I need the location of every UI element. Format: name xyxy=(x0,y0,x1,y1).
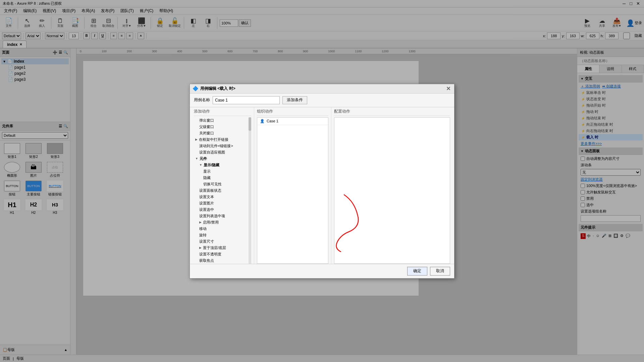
dialog-title-text: 用例编辑 <载入 时> xyxy=(200,86,235,92)
case-name-input[interactable] xyxy=(213,96,280,104)
action-close-window-label: 关闭窗口 xyxy=(199,131,214,136)
add-condition-btn[interactable]: 添加条件 xyxy=(282,96,307,104)
action-hide-label: 隐藏 xyxy=(203,175,211,180)
action-popup[interactable]: 弹出窗口 xyxy=(194,117,251,124)
expand-layer-order: ▶ xyxy=(199,246,202,249)
dialog-title-bar: 🔷 用例编辑 <载入 时> ✕ xyxy=(190,84,454,94)
action-show-hide-label: 显示/隐藏 xyxy=(204,163,219,168)
organize-case1[interactable]: 👤 Case 1 xyxy=(257,118,328,125)
config-action-col: 配置动作 xyxy=(331,107,450,264)
action-set-panel-state[interactable]: 设置面板状态 xyxy=(194,187,251,194)
expand-component: ▼ xyxy=(195,157,198,160)
action-parent-window-label: 父级窗口 xyxy=(199,124,214,129)
action-set-image-label: 设置图片 xyxy=(199,201,214,206)
action-show-label: 显示 xyxy=(203,169,211,174)
dialog-columns: 添加动作 弹出窗口 父级窗口 关闭窗口 xyxy=(190,107,454,264)
action-scroll-anchor[interactable]: 滚动到元件<锚链接> xyxy=(194,143,251,149)
action-rotate-label: 旋转 xyxy=(199,233,207,238)
action-set-list-item[interactable]: 设置列表选中项 xyxy=(194,213,251,219)
action-open-frame[interactable]: ▶ 在框架中打开链接 xyxy=(194,136,251,143)
dialog-ok-btn[interactable]: 确定 xyxy=(407,267,427,276)
action-list-scrollbar[interactable] xyxy=(249,117,251,264)
action-list: 弹出窗口 父级窗口 关闭窗口 ▶ 在框架中打开链接 滚动到元件<锚链接> xyxy=(194,117,251,264)
action-parent-window[interactable]: 父级窗口 xyxy=(194,124,251,130)
action-open-frame-label: 在框架中打开链接 xyxy=(199,137,228,142)
action-adaptive-view-label: 设置自适应视图 xyxy=(199,150,225,155)
dialog-footer: 确定 取消 xyxy=(190,264,454,278)
dialog-name-row: 用例名称 添加条件 xyxy=(190,94,454,107)
dialog-icon: 🔷 xyxy=(193,86,198,91)
action-enable-disable[interactable]: ▶ 启用/禁用 xyxy=(194,219,251,226)
organize-action-col: 组织动作 👤 Case 1 xyxy=(254,107,331,264)
action-focus[interactable]: 获取焦点 xyxy=(194,257,251,264)
action-scroll-anchor-label: 滚动到元件<锚链接> xyxy=(199,143,233,148)
action-show-hide-group[interactable]: ▼ 显示/隐藏 xyxy=(194,162,251,168)
organize-case1-label: Case 1 xyxy=(267,119,278,123)
action-adaptive-view[interactable]: 设置自适应视图 xyxy=(194,149,251,156)
action-hide[interactable]: 隐藏 xyxy=(194,175,251,181)
organize-case1-icon: 👤 xyxy=(260,119,265,123)
action-component-group[interactable]: ▼ 元件 xyxy=(194,156,251,162)
config-action-header: 配置动作 xyxy=(334,107,450,116)
action-layer-order-label: 置于顶层/底层 xyxy=(203,245,226,250)
action-toggle-visible[interactable]: 切换可见性 xyxy=(194,181,251,187)
action-focus-label: 获取焦点 xyxy=(199,258,214,263)
action-enable-disable-label: 启用/禁用 xyxy=(203,220,219,225)
action-component-label: 元件 xyxy=(200,156,207,161)
config-area xyxy=(334,117,450,264)
action-set-selected-label: 设置选中 xyxy=(199,207,214,212)
action-popup-label: 弹出窗口 xyxy=(199,118,214,123)
add-action-header: 添加动作 xyxy=(194,107,251,116)
organize-area: 👤 Case 1 xyxy=(257,117,328,264)
action-layer-order[interactable]: ▶ 置于顶层/底层 xyxy=(194,245,251,251)
action-move-label: 移动 xyxy=(199,226,207,231)
dialog: 🔷 用例编辑 <载入 时> ✕ 用例名称 添加条件 添加动作 xyxy=(190,84,454,279)
action-move[interactable]: 移动 xyxy=(194,226,251,232)
action-set-size-label: 设置尺寸 xyxy=(199,239,214,244)
action-list-scrollthumb[interactable] xyxy=(249,117,251,131)
action-set-opacity-label: 设置不透明度 xyxy=(199,252,221,257)
expand-open-frame: ▶ xyxy=(195,138,198,141)
action-set-panel-state-label: 设置面板状态 xyxy=(199,188,221,193)
action-set-size[interactable]: 设置尺寸 xyxy=(194,238,251,245)
action-toggle-visible-label: 切换可见性 xyxy=(203,182,222,187)
add-action-col: 添加动作 弹出窗口 父级窗口 关闭窗口 xyxy=(194,107,254,264)
expand-enable-disable: ▶ xyxy=(199,221,202,224)
case-name-label: 用例名称 xyxy=(194,97,210,103)
action-set-text[interactable]: 设置文本 xyxy=(194,194,251,200)
action-close-window[interactable]: 关闭窗口 xyxy=(194,130,251,136)
action-rotate[interactable]: 旋转 xyxy=(194,232,251,238)
dialog-close-btn[interactable]: ✕ xyxy=(445,85,451,92)
organize-action-header: 组织动作 xyxy=(257,107,328,116)
action-show[interactable]: 显示 xyxy=(194,168,251,175)
action-set-selected[interactable]: 设置选中 xyxy=(194,206,251,213)
action-set-text-label: 设置文本 xyxy=(199,194,214,199)
expand-show-hide: ▼ xyxy=(199,163,202,167)
action-set-list-item-label: 设置列表选中项 xyxy=(199,214,225,219)
action-set-image[interactable]: 设置图片 xyxy=(194,200,251,206)
dialog-overlay: 🔷 用例编辑 <载入 时> ✕ 用例名称 添加条件 添加动作 xyxy=(0,0,644,362)
action-set-opacity[interactable]: 设置不透明度 xyxy=(194,251,251,257)
dialog-cancel-btn[interactable]: 取消 xyxy=(430,267,450,276)
